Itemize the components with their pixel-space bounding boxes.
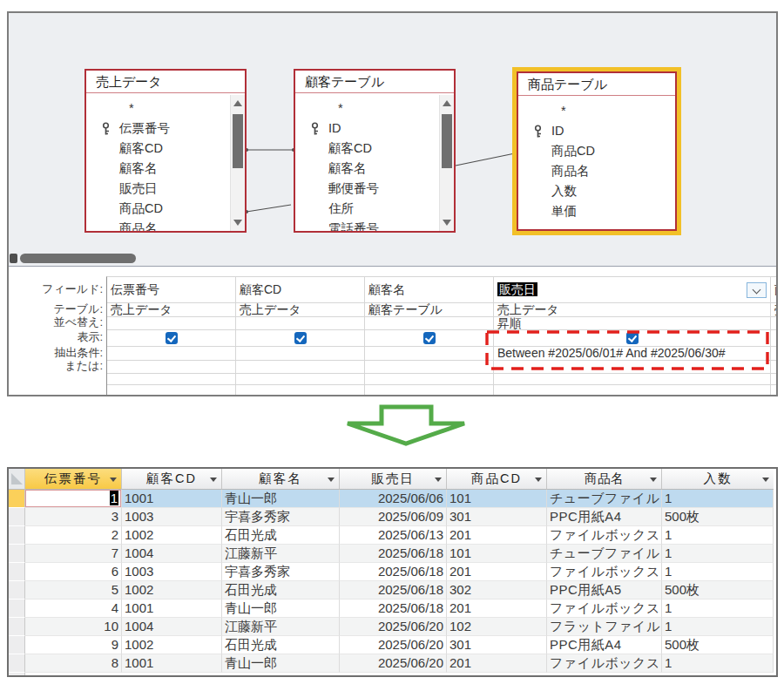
- table-cell[interactable]: 2025/06/20: [340, 618, 447, 636]
- row-selector[interactable]: [9, 636, 25, 654]
- empty-cell[interactable]: [365, 374, 494, 385]
- row-selector[interactable]: [9, 490, 25, 508]
- empty-cell[interactable]: [494, 385, 771, 395]
- table-cell[interactable]: 石田光成: [222, 636, 340, 654]
- empty-cell[interactable]: [771, 385, 776, 395]
- field-row[interactable]: *: [295, 98, 454, 119]
- empty-cell[interactable]: [236, 385, 365, 395]
- show-checkbox[interactable]: [423, 332, 436, 344]
- empty-cell[interactable]: [107, 374, 236, 385]
- field-row[interactable]: 顧客名: [86, 159, 245, 179]
- field-row[interactable]: 電話番号: [295, 219, 454, 231]
- table-cell[interactable]: 青山一郎: [222, 490, 340, 508]
- table-cell[interactable]: 3: [25, 508, 122, 526]
- empty-cell[interactable]: [771, 374, 776, 385]
- table-cell[interactable]: 2025/06/13: [340, 526, 447, 545]
- table-cell[interactable]: 2: [25, 526, 122, 545]
- row-selector[interactable]: [9, 618, 25, 636]
- table-cell[interactable]: 1: [662, 618, 774, 636]
- table-cell[interactable]: 102: [447, 618, 547, 636]
- table-cell[interactable]: 1: [662, 654, 774, 673]
- table-cell[interactable]: 1: [662, 600, 774, 618]
- table-cell[interactable]: 7: [25, 545, 122, 563]
- row-selector[interactable]: [9, 654, 25, 673]
- scroll-up-icon[interactable]: [233, 100, 242, 106]
- table-cell[interactable]: 宇喜多秀家: [222, 508, 340, 526]
- table-cell[interactable]: 1: [662, 545, 774, 563]
- table-cell[interactable]: 10: [25, 618, 122, 636]
- or-cell[interactable]: [236, 361, 365, 374]
- table-cell[interactable]: 5: [25, 581, 122, 600]
- column-header-irisu[interactable]: 入数: [662, 469, 774, 490]
- table-cell[interactable]: PPC用紙A4: [547, 636, 662, 654]
- show-cell[interactable]: [494, 330, 771, 347]
- field-row[interactable]: 顧客名: [295, 159, 454, 179]
- or-cell[interactable]: [107, 361, 236, 374]
- table-cell[interactable]: 201: [447, 654, 547, 673]
- scroll-up-icon[interactable]: [443, 100, 451, 106]
- table-cell[interactable]: 1002: [122, 526, 222, 545]
- table-cell[interactable]: 1003: [122, 508, 222, 526]
- criteria-cell[interactable]: [107, 347, 236, 361]
- table-cell[interactable]: 1: [662, 490, 774, 508]
- field-row[interactable]: ID: [295, 119, 454, 139]
- sort-cell[interactable]: 昇順: [494, 317, 771, 330]
- show-checkbox[interactable]: [294, 332, 307, 344]
- table-cell[interactable]: 青山一郎: [222, 600, 340, 618]
- row-selector[interactable]: [9, 526, 25, 545]
- table-cell[interactable]: 8: [25, 654, 122, 673]
- field-row[interactable]: 商品名: [86, 219, 245, 231]
- field-cell-active[interactable]: 販売日: [494, 277, 771, 303]
- table-cell[interactable]: チューブファイル: [547, 490, 662, 508]
- row-selector[interactable]: [9, 673, 25, 676]
- field-row[interactable]: 伝票番号: [86, 119, 245, 139]
- table-cell[interactable]: 1004: [122, 545, 222, 563]
- diagram-hscrollbar[interactable]: [9, 253, 776, 264]
- field-row[interactable]: 住所: [295, 199, 454, 219]
- field-row[interactable]: 顧客CD: [86, 139, 245, 159]
- filter-dropdown-icon[interactable]: [110, 478, 117, 482]
- table-cell[interactable]: 4: [25, 600, 122, 618]
- table-cell[interactable]: 2025/06/20: [340, 636, 447, 654]
- table-cell[interactable]: 2025/06/09: [340, 508, 447, 526]
- row-selector[interactable]: [9, 581, 25, 600]
- scroll-down-icon[interactable]: [443, 220, 451, 226]
- show-cell[interactable]: [365, 330, 494, 347]
- table-cell[interactable]: 1001: [122, 600, 222, 618]
- field-cell[interactable]: 伝票番号: [107, 277, 236, 303]
- sort-cell[interactable]: [107, 317, 236, 330]
- row-selector[interactable]: [9, 508, 25, 526]
- table-cell[interactable]: 1004: [122, 618, 222, 636]
- table-cell[interactable]: 1: [662, 563, 774, 581]
- new-record-row[interactable]: [9, 673, 776, 676]
- column-header-hanbaibi[interactable]: 販売日: [340, 469, 447, 490]
- filter-dropdown-icon[interactable]: [762, 478, 769, 482]
- sort-cell[interactable]: [365, 317, 494, 330]
- table-cell[interactable]: 500枚: [662, 636, 774, 654]
- table-cell[interactable]: 2025/06/18: [340, 581, 447, 600]
- or-cell[interactable]: [365, 361, 494, 374]
- show-checkbox[interactable]: [166, 332, 178, 344]
- filter-dropdown-icon[interactable]: [210, 478, 217, 482]
- field-row[interactable]: ID: [518, 121, 675, 141]
- empty-cell[interactable]: [236, 374, 365, 385]
- table-cell[interactable]: 1003: [122, 563, 222, 581]
- current-cell[interactable]: 1: [25, 490, 122, 508]
- field-cell[interactable]: 商品CD: [771, 277, 776, 303]
- table-card-shohin-table[interactable]: 商品テーブル * ID 商品CD 商品名 入数 単価: [517, 71, 677, 231]
- show-cell[interactable]: [236, 330, 365, 347]
- or-cell[interactable]: [494, 361, 771, 374]
- empty-cell[interactable]: [494, 374, 771, 385]
- table-cell[interactable]: 売上データ: [771, 303, 776, 317]
- field-row[interactable]: 単価: [518, 201, 675, 221]
- table-vertical-scrollbar[interactable]: [230, 95, 245, 231]
- table-cell[interactable]: PPC用紙A4: [547, 508, 662, 526]
- field-row[interactable]: 顧客CD: [295, 139, 454, 159]
- table-cell[interactable]: 宇喜多秀家: [222, 563, 340, 581]
- field-row[interactable]: 商品CD: [86, 199, 245, 219]
- field-row[interactable]: 商品名: [518, 161, 675, 181]
- field-cell[interactable]: 顧客CD: [236, 277, 365, 303]
- filter-dropdown-icon[interactable]: [328, 478, 335, 482]
- row-selector[interactable]: [9, 563, 25, 581]
- table-cell[interactable]: 302: [447, 581, 547, 600]
